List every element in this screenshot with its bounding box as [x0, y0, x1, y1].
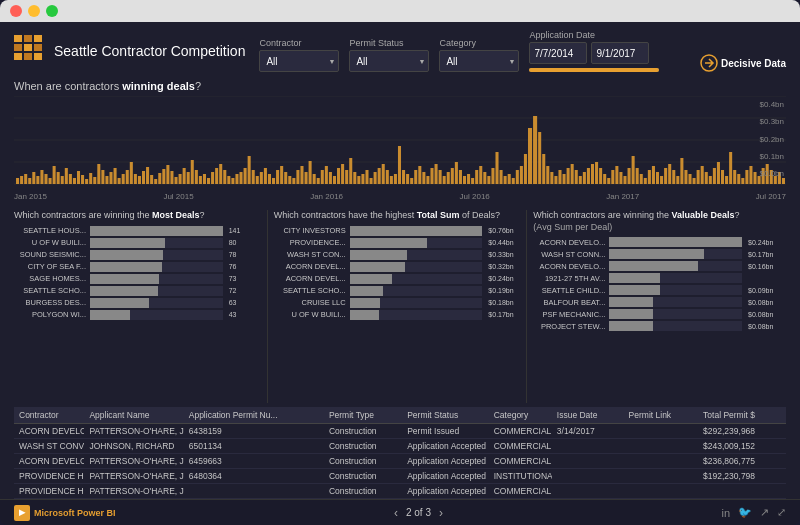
- y-label-1: $0.4bn: [760, 100, 784, 109]
- y-label-3: $0.2bn: [760, 135, 784, 144]
- svg-rect-44: [170, 171, 173, 184]
- svg-rect-92: [365, 170, 368, 184]
- category-filter-group: Category All: [439, 38, 519, 72]
- bar-track: [90, 238, 223, 248]
- table-cell: Construction: [324, 454, 402, 469]
- date-inputs: [529, 42, 659, 64]
- svg-rect-166: [668, 164, 671, 184]
- total-sum-bars: CITY INVESTORS$0.76bnPROVIDENCE...$0.44b…: [274, 226, 521, 320]
- svg-rect-128: [512, 178, 515, 184]
- table-cell: [552, 469, 624, 484]
- minimize-button[interactable]: [28, 5, 40, 17]
- pager-next-button[interactable]: ›: [439, 506, 443, 520]
- table-row: WASH ST CONV & TRADE CENTERJOHNSON, RICH…: [14, 439, 786, 454]
- bar-track: [609, 237, 742, 247]
- table-cell: INSTITUTIONAL: [489, 469, 552, 484]
- svg-rect-158: [636, 168, 639, 184]
- svg-rect-83: [329, 172, 332, 184]
- table-cell: [624, 484, 698, 499]
- permit-status-filter-select[interactable]: All: [349, 50, 429, 72]
- total-sum-panel: Which contractors have the highest Total…: [268, 210, 528, 403]
- power-bi-icon: ▶: [14, 505, 30, 521]
- bar-fill: [350, 298, 381, 308]
- twitter-icon[interactable]: 🐦: [738, 506, 752, 519]
- svg-rect-159: [640, 174, 643, 184]
- permit-status-filter-wrap: All: [349, 50, 429, 72]
- svg-rect-85: [337, 168, 340, 184]
- time-series-chart[interactable]: [14, 96, 786, 186]
- date-to-input[interactable]: [591, 42, 649, 64]
- svg-rect-95: [378, 168, 381, 184]
- table-column-header: Applicant Name: [84, 407, 183, 424]
- logo-cell: [14, 53, 22, 60]
- svg-rect-36: [138, 176, 141, 184]
- bar-track: [350, 238, 483, 248]
- close-button[interactable]: [10, 5, 22, 17]
- chart-y-labels: $0.4bn $0.3bn $0.2bn $0.1bn $0.0bn: [760, 100, 784, 178]
- date-slider-fill: [529, 68, 659, 72]
- svg-rect-13: [44, 174, 47, 184]
- table-cell: [552, 454, 624, 469]
- svg-rect-10: [32, 172, 35, 184]
- valuable-deals-panel: Which contractors are winning the Valuab…: [527, 210, 786, 403]
- bar-value: 43: [229, 311, 261, 318]
- filters-area: Contractor All Permit Status All: [259, 30, 786, 72]
- svg-rect-142: [571, 164, 574, 184]
- svg-rect-182: [733, 170, 736, 184]
- svg-rect-129: [516, 170, 519, 184]
- svg-rect-29: [109, 172, 112, 184]
- table-cell: PROVIDENCE HEALTH & SERVICES: [14, 484, 84, 499]
- table-cell: $292,239,968: [698, 424, 786, 439]
- bar-label: WASH ST CON...: [274, 250, 346, 259]
- y-label-4: $0.1bn: [760, 152, 784, 161]
- linkedin-icon[interactable]: in: [721, 507, 730, 519]
- svg-rect-170: [684, 170, 687, 184]
- svg-rect-98: [390, 176, 393, 184]
- bar-label: SAGE HOMES...: [14, 274, 86, 283]
- date-from-input[interactable]: [529, 42, 587, 64]
- svg-rect-162: [652, 166, 655, 184]
- svg-rect-136: [546, 166, 549, 184]
- bar-label: WASH ST CONN...: [533, 250, 605, 259]
- svg-rect-89: [353, 172, 356, 184]
- svg-rect-124: [495, 152, 498, 184]
- bar-fill: [90, 262, 162, 272]
- bar-value: $0.24bn: [748, 239, 780, 246]
- svg-rect-179: [721, 170, 724, 184]
- pager-prev-button[interactable]: ‹: [394, 506, 398, 520]
- svg-rect-59: [231, 178, 234, 184]
- category-filter-select[interactable]: All: [439, 50, 519, 72]
- table-cell: Permit Issued: [402, 424, 489, 439]
- svg-rect-27: [101, 170, 104, 184]
- contractor-filter-select[interactable]: All: [259, 50, 339, 72]
- svg-rect-32: [122, 174, 125, 184]
- table-cell: [552, 484, 624, 499]
- maximize-button[interactable]: [46, 5, 58, 17]
- date-range-slider[interactable]: [529, 68, 659, 72]
- svg-rect-140: [563, 174, 566, 184]
- svg-rect-43: [166, 165, 169, 184]
- table-column-header: Total Permit $: [698, 407, 786, 424]
- table-cell: ACORN DEVELOPMENT LLC, ACORN DE...: [14, 424, 84, 439]
- bar-fill: [350, 274, 392, 284]
- svg-rect-41: [158, 173, 161, 184]
- bar-label: PROVIDENCE...: [274, 238, 346, 247]
- bar-fill: [609, 273, 659, 283]
- svg-rect-174: [701, 166, 704, 184]
- bar-label: CITY OF SEA F...: [14, 262, 86, 271]
- bar-fill: [350, 238, 427, 248]
- bar-row: POLYGON WI...43: [14, 310, 261, 320]
- svg-rect-139: [558, 170, 561, 184]
- svg-rect-145: [583, 172, 586, 184]
- svg-rect-141: [567, 168, 570, 184]
- svg-rect-22: [81, 175, 84, 184]
- page-title: Seattle Contractor Competition: [54, 43, 245, 59]
- table-column-header: Permit Type: [324, 407, 402, 424]
- table-cell: ACORN DEVELOPMENT LLC, ACORN DE...: [14, 454, 84, 469]
- share-icon[interactable]: ↗: [760, 506, 769, 519]
- logo-area: Seattle Contractor Competition: [14, 35, 245, 67]
- logo-cell: [14, 44, 22, 51]
- svg-rect-80: [317, 178, 320, 184]
- svg-rect-126: [504, 176, 507, 184]
- expand-icon[interactable]: ⤢: [777, 506, 786, 519]
